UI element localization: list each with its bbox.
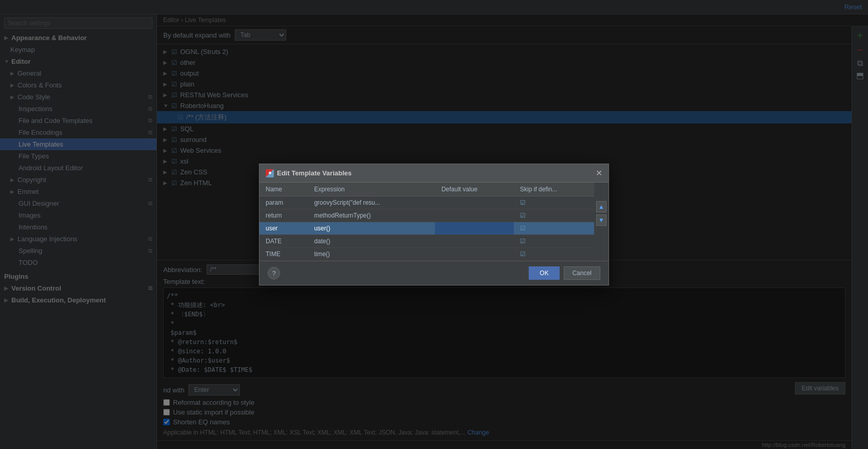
cell-name: param <box>259 196 308 209</box>
col-skip: Skip if defin... <box>514 183 594 196</box>
cell-expression: methodReturnType() <box>308 209 435 222</box>
cell-skip: ☑ <box>514 209 594 222</box>
edit-template-variables-dialog: ✦ Edit Template Variables ✕ Name Express… <box>259 164 609 285</box>
cell-skip: ☑ <box>514 235 594 248</box>
cell-default <box>435 196 514 209</box>
cell-name: TIME <box>259 248 308 261</box>
variables-table: Name Expression Default value Skip if de… <box>259 183 594 261</box>
table-row[interactable]: user user() ☑ <box>259 222 594 235</box>
modal-title-text: Edit Template Variables <box>277 169 352 177</box>
modal-close-button[interactable]: ✕ <box>596 168 602 178</box>
cell-default <box>435 248 514 261</box>
cell-default <box>435 222 514 235</box>
modal-buttons: OK Cancel <box>529 266 600 280</box>
cell-expression: date() <box>308 235 435 248</box>
col-expression: Expression <box>308 183 435 196</box>
col-default: Default value <box>435 183 514 196</box>
modal-body: Name Expression Default value Skip if de… <box>259 183 609 261</box>
cell-skip: ☑ <box>514 222 594 235</box>
cell-skip: ☑ <box>514 196 594 209</box>
cell-default <box>435 209 514 222</box>
modal-footer: ? OK Cancel <box>259 261 609 285</box>
table-row[interactable]: return methodReturnType() ☑ <box>259 209 594 222</box>
ok-button[interactable]: OK <box>529 266 559 280</box>
table-row[interactable]: param groovyScript("def resu... ☑ <box>259 196 594 209</box>
table-row[interactable]: DATE date() ☑ <box>259 235 594 248</box>
app-icon: ✦ <box>266 169 274 177</box>
col-name: Name <box>259 183 308 196</box>
cell-default <box>435 235 514 248</box>
cell-expression: groovyScript("def resu... <box>308 196 435 209</box>
cell-expression: user() <box>308 222 435 235</box>
cell-skip: ☑ <box>514 248 594 261</box>
scroll-down-button[interactable]: ▼ <box>596 214 606 226</box>
cell-name: user <box>259 222 308 235</box>
table-row[interactable]: TIME time() ☑ <box>259 248 594 261</box>
modal-overlay: ✦ Edit Template Variables ✕ Name Express… <box>0 0 868 449</box>
scroll-up-button[interactable]: ▲ <box>596 201 606 212</box>
modal-title: ✦ Edit Template Variables <box>266 169 352 177</box>
cancel-button[interactable]: Cancel <box>564 266 600 280</box>
cell-name: DATE <box>259 235 308 248</box>
help-button[interactable]: ? <box>268 267 280 279</box>
cell-name: return <box>259 209 308 222</box>
modal-header: ✦ Edit Template Variables ✕ <box>259 164 609 183</box>
cell-expression: time() <box>308 248 435 261</box>
